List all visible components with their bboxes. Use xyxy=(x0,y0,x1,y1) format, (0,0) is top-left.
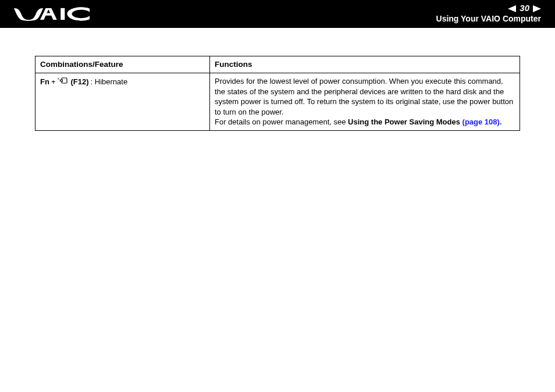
cell-combination: Fn + z z (F12): Hibernate xyxy=(35,73,210,131)
details-period: . xyxy=(500,117,502,126)
page-nav: 30 xyxy=(436,2,541,13)
prev-page-arrow-icon[interactable] xyxy=(508,4,516,11)
details-prefix: For details on power management, see xyxy=(215,117,348,126)
col-header-combinations: Combinations/Feature xyxy=(35,56,210,73)
page-header: 30 Using Your VAIO Computer xyxy=(0,0,555,28)
key-f12: (F12) xyxy=(70,77,88,87)
details-bold: Using the Power Saving Modes xyxy=(348,117,462,126)
page-number: 30 xyxy=(520,3,529,13)
header-right: 30 Using Your VAIO Computer xyxy=(436,2,541,23)
plus-separator: + xyxy=(51,77,56,87)
key-fn: Fn xyxy=(40,77,49,87)
function-body: Provides for the lowest level of power c… xyxy=(215,76,515,117)
table-header-row: Combinations/Feature Functions xyxy=(35,56,520,73)
svg-marker-2 xyxy=(533,5,541,12)
page-link[interactable]: (page 108) xyxy=(462,117,500,126)
hibernate-icon: z z xyxy=(58,76,68,87)
function-details: For details on power management, see Usi… xyxy=(215,117,515,127)
col-header-functions: Functions xyxy=(210,56,520,73)
section-title: Using Your VAIO Computer xyxy=(436,14,541,23)
next-page-arrow-icon[interactable] xyxy=(533,4,541,11)
svg-marker-1 xyxy=(508,5,516,12)
combo-label: : Hibernate xyxy=(91,77,128,87)
svg-rect-6 xyxy=(61,80,63,81)
page-content: Combinations/Feature Functions Fn + z z xyxy=(0,28,555,131)
vaio-logo xyxy=(14,5,90,23)
feature-table: Combinations/Feature Functions Fn + z z xyxy=(35,56,520,131)
svg-rect-0 xyxy=(61,8,65,20)
cell-function: Provides for the lowest level of power c… xyxy=(210,73,520,131)
table-row: Fn + z z (F12): Hibernate xyxy=(35,73,520,131)
